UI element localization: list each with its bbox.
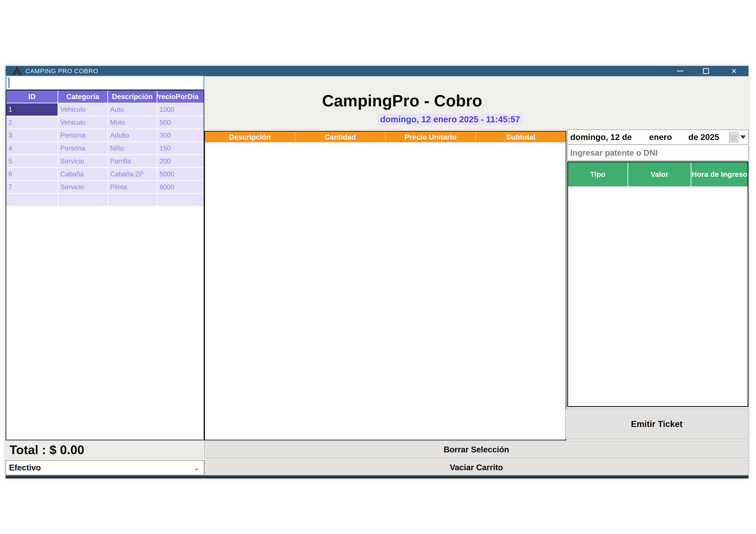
catalog-cell[interactable]: Moto [108,116,157,129]
catalog-cell[interactable]: 150 [157,142,204,154]
table-row[interactable]: 4 Persona Niño 150 [6,142,204,154]
window-bottom-strip [6,475,748,478]
table-row[interactable]: 6 Cabaña Cabaña 2P 5000 [6,168,204,180]
catalog-cell[interactable]: Servicio [58,155,107,167]
catalog-cell[interactable]: 5 [6,155,58,167]
catalog-cell[interactable]: Adulto [108,129,157,141]
checkin-header-row: Tipo Valor Hora de Ingreso [568,162,747,187]
catalog-table: ID Categoría Descripción PrecioPorDia 1 … [6,90,204,440]
catalog-cell[interactable]: 5000 [157,168,204,180]
table-row[interactable]: 5 Servicio Parrilla 200 [6,155,204,167]
search-input[interactable] [6,75,204,90]
catalog-cell[interactable]: Niño [108,142,157,154]
catalog-cell[interactable]: Servicio [58,181,107,193]
date-picker-year[interactable]: de 2025 [688,130,719,144]
close-icon: ✕ [731,67,737,75]
catalog-cell[interactable]: Pileta [108,181,157,193]
cart-header-cantidad[interactable]: Cantidad [295,132,386,142]
tent-icon [12,67,22,75]
app-window: CAMPING PRO COBRO ✕ ID Categoría Descrip… [6,66,748,478]
date-picker[interactable]: domingo, 12 de enero de 2025 [567,130,748,145]
catalog-cell[interactable]: 1000 [157,103,204,115]
catalog-cell[interactable]: Vehiculo [58,103,107,115]
cart-header-descripcion[interactable]: Descripción [205,132,295,142]
table-row[interactable]: 2 Vehiculo Moto 500 [6,116,204,129]
calendar-dropdown-button[interactable] [727,132,746,142]
text-caret [9,78,9,88]
catalog-cell[interactable]: 7 [6,181,58,193]
catalog-header-id[interactable]: ID [6,91,58,103]
window-title: CAMPING PRO COBRO [25,67,98,75]
catalog-cell[interactable] [6,194,58,206]
table-row[interactable]: 3 Persona Adulto 300 [6,129,204,141]
catalog-header-precio[interactable]: PrecioPorDia [157,91,204,103]
catalog-cell[interactable] [157,194,204,206]
dropdown-arrow-icon [740,136,746,139]
catalog-cell[interactable]: Persona [58,129,107,141]
catalog-cell[interactable]: Vehiculo [58,116,107,129]
titlebar: CAMPING PRO COBRO ✕ [6,66,748,76]
catalog-header-descripcion[interactable]: Descripción [108,91,157,103]
payment-method-value: Efectivo [9,463,41,472]
maximize-icon [703,68,709,74]
catalog-cell[interactable] [108,194,157,206]
catalog-cell[interactable]: Parrilla [108,155,157,167]
payment-method-select[interactable]: Efectivo ⌄ [6,460,204,475]
chevron-down-icon: ⌄ [194,463,200,472]
catalog-cell[interactable]: Auto [108,103,157,115]
catalog-cell[interactable]: 2 [6,116,58,129]
desktop: CAMPING PRO COBRO ✕ ID Categoría Descrip… [0,0,756,534]
catalog-cell[interactable]: Cabaña 2P [108,168,157,180]
table-row-empty[interactable] [6,194,204,206]
total-label: Total : $ 0.00 [6,440,204,459]
cart-table: Descripción Cantidad Precio Unitario Sub… [204,131,566,440]
date-picker-month[interactable]: enero [649,130,672,144]
minimize-icon [677,71,683,71]
catalog-cell[interactable]: 500 [157,116,204,129]
cart-header-subtotal[interactable]: Subtotal [476,132,566,142]
catalog-cell[interactable]: 6 [6,168,58,180]
checkin-table: Tipo Valor Hora de Ingreso [567,162,748,407]
catalog-header-row: ID Categoría Descripción PrecioPorDia [6,91,204,103]
checkin-header-valor[interactable]: Valor [628,162,691,187]
catalog-cell[interactable]: 200 [157,155,204,167]
empty-cart-button[interactable]: Vaciar Carrito [204,460,748,475]
clear-selection-button[interactable]: Borrar Selección [204,441,748,458]
date-picker-day[interactable]: domingo, 12 de [570,130,632,144]
cart-header-row: Descripción Cantidad Precio Unitario Sub… [205,132,566,142]
catalog-cell[interactable]: Cabaña [58,168,107,180]
table-row[interactable]: 1 Vehiculo Auto 1000 [6,103,204,115]
catalog-cell[interactable]: Persona [58,142,107,154]
catalog-cell[interactable]: 3 [6,129,58,141]
emit-ticket-button[interactable]: Emitir Ticket [565,409,748,439]
minimize-button[interactable] [673,66,688,76]
calendar-icon [729,132,739,142]
catalog-cell-selected[interactable]: 1 [6,103,58,115]
cart-header-precio-unitario[interactable]: Precio Unitario [386,132,476,142]
close-button[interactable]: ✕ [726,66,742,76]
catalog-cell[interactable]: 6000 [157,181,204,193]
catalog-cell[interactable]: 300 [157,129,204,141]
catalog-cell[interactable]: 4 [6,142,58,154]
page-title: CampingPro - Cobro [320,91,484,110]
maximize-button[interactable] [698,66,714,76]
patente-dni-input[interactable] [567,145,748,161]
checkin-header-hora[interactable]: Hora de Ingreso [691,162,747,187]
catalog-cell[interactable] [58,194,107,206]
catalog-header-categoria[interactable]: Categoría [58,91,107,103]
checkin-header-tipo[interactable]: Tipo [568,162,628,187]
datetime-label: domingo, 12 enero 2025 - 11:45:57 [378,114,523,125]
table-row[interactable]: 7 Servicio Pileta 6000 [6,181,204,193]
